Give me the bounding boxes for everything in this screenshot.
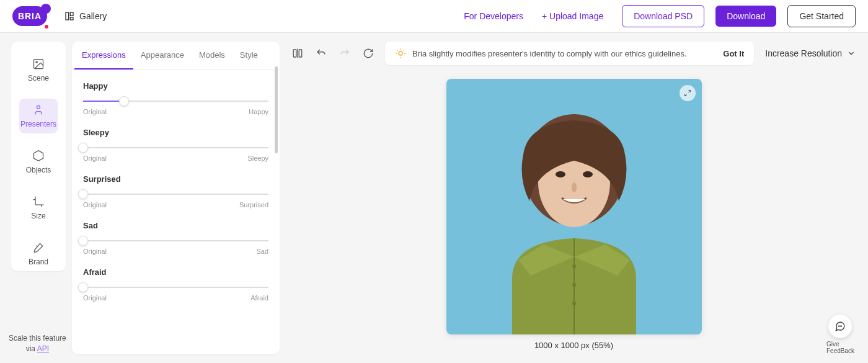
undo-icon[interactable]: [316, 48, 327, 59]
gallery-label: Gallery: [79, 11, 107, 21]
slider-right-label: Afraid: [250, 294, 268, 302]
for-developers-link[interactable]: For Developers: [464, 11, 523, 21]
svg-line-17: [684, 94, 687, 96]
slider-title: Surprised: [83, 174, 268, 184]
sidebar-item-scene[interactable]: Scene: [19, 53, 58, 87]
slider-right-label: Sad: [256, 248, 268, 255]
svg-line-16: [688, 90, 691, 92]
scale-feature-text: Scale this feature via API: [9, 333, 66, 354]
properties-panel: Expressions Appearance Models Style Happ…: [72, 42, 280, 354]
slider-right-label: Surprised: [239, 201, 268, 208]
slider-track[interactable]: [83, 147, 268, 148]
sidebar-item-brand[interactable]: Brand: [19, 236, 58, 271]
notice-text: Bria slightly modifies presenter's ident…: [412, 49, 687, 58]
slider-thumb[interactable]: [78, 143, 88, 153]
svg-point-22: [572, 182, 577, 192]
slider-track[interactable]: [83, 240, 268, 241]
svg-point-5: [37, 105, 40, 109]
slider-track[interactable]: [83, 194, 268, 195]
slider-thumb[interactable]: [78, 282, 88, 292]
brand-icon: [32, 241, 45, 254]
svg-line-14: [397, 50, 397, 50]
presenters-icon: [32, 104, 45, 116]
sidebar-item-size[interactable]: Size: [19, 190, 58, 225]
objects-icon: [32, 150, 45, 162]
chevron-down-icon: [847, 49, 856, 58]
upload-image-link[interactable]: + Upload Image: [542, 11, 603, 21]
slider-left-label: Original: [83, 294, 107, 302]
slider-title: Sad: [83, 221, 268, 230]
svg-line-15: [404, 50, 404, 50]
increase-resolution-toggle[interactable]: Increase Resolution: [765, 48, 856, 58]
slider-title: Afraid: [83, 267, 268, 277]
scene-icon: [32, 58, 45, 70]
svg-rect-2: [70, 17, 73, 20]
get-started-button[interactable]: Get Started: [787, 5, 856, 27]
sidebar-item-label: Objects: [26, 166, 51, 174]
slider-left-label: Original: [83, 108, 107, 115]
slider-track[interactable]: [83, 287, 268, 288]
svg-point-27: [840, 326, 841, 326]
image-frame[interactable]: [446, 79, 702, 334]
sidebar-item-label: Presenters: [20, 120, 56, 128]
compare-icon[interactable]: [292, 48, 303, 59]
redo-icon[interactable]: [339, 48, 350, 59]
sidebar-item-label: Brand: [29, 258, 48, 266]
svg-rect-1: [70, 12, 73, 16]
slider-left-label: Original: [83, 155, 107, 162]
slider-thumb[interactable]: [78, 236, 88, 246]
slider-thumb[interactable]: [119, 96, 129, 106]
tab-style[interactable]: Style: [232, 42, 265, 69]
tab-expressions[interactable]: Expressions: [74, 42, 133, 69]
svg-point-24: [572, 283, 576, 287]
logo-text: BRIA: [18, 11, 42, 21]
gallery-link[interactable]: Gallery: [64, 11, 107, 21]
sidebar-item-label: Size: [31, 212, 45, 220]
portrait-image: [469, 99, 680, 334]
slider-afraid: Afraid Original Afraid: [83, 267, 268, 302]
image-caption: 1000 x 1000 px (55%): [446, 341, 702, 350]
svg-point-25: [572, 302, 576, 305]
tab-models[interactable]: Models: [192, 42, 232, 69]
slider-thumb[interactable]: [78, 189, 88, 199]
slider-track[interactable]: [83, 101, 268, 102]
slider-sleepy: Sleepy Original Sleepy: [83, 128, 268, 162]
sidebar-item-label: Scene: [28, 74, 49, 83]
expand-icon: [684, 89, 691, 97]
expand-button[interactable]: [680, 85, 696, 101]
svg-point-21: [583, 171, 593, 177]
svg-rect-6: [293, 50, 296, 57]
svg-point-28: [841, 326, 842, 326]
resolution-label: Increase Resolution: [765, 48, 842, 58]
refresh-icon[interactable]: [363, 48, 374, 59]
slider-left-label: Original: [83, 201, 107, 208]
slider-happy: Happy Original Happy: [83, 81, 268, 115]
svg-point-4: [36, 61, 38, 63]
download-psd-button[interactable]: Download PSD: [622, 5, 704, 27]
size-icon: [32, 195, 45, 208]
svg-point-20: [556, 171, 565, 177]
sidebar-tools: Scene Presenters Objects Size Brand: [11, 42, 66, 271]
svg-point-23: [572, 264, 576, 268]
notice-bar: Bria slightly modifies presenter's ident…: [385, 42, 754, 65]
logo[interactable]: BRIA: [12, 6, 47, 26]
slider-surprised: Surprised Original Surprised: [83, 174, 268, 208]
sidebar-item-objects[interactable]: Objects: [19, 145, 58, 179]
slider-sad: Sad Original Sad: [83, 221, 268, 255]
slider-left-label: Original: [83, 248, 107, 255]
api-link[interactable]: API: [37, 344, 49, 353]
svg-rect-7: [299, 50, 302, 57]
svg-rect-0: [66, 12, 69, 20]
slider-title: Happy: [83, 81, 268, 91]
download-button[interactable]: Download: [715, 6, 776, 27]
feedback-button[interactable]: GiveFeedBack: [826, 315, 854, 354]
canvas-area: Bria slightly modifies presenter's ident…: [280, 33, 868, 363]
svg-point-26: [839, 326, 839, 326]
sidebar-item-presenters[interactable]: Presenters: [19, 99, 58, 133]
slider-right-label: Happy: [249, 108, 268, 115]
bulb-icon: [395, 48, 406, 59]
tab-appearance[interactable]: Appearance: [133, 42, 192, 69]
svg-point-9: [399, 52, 402, 55]
got-it-button[interactable]: Got It: [723, 49, 744, 58]
gallery-icon: [64, 11, 74, 21]
